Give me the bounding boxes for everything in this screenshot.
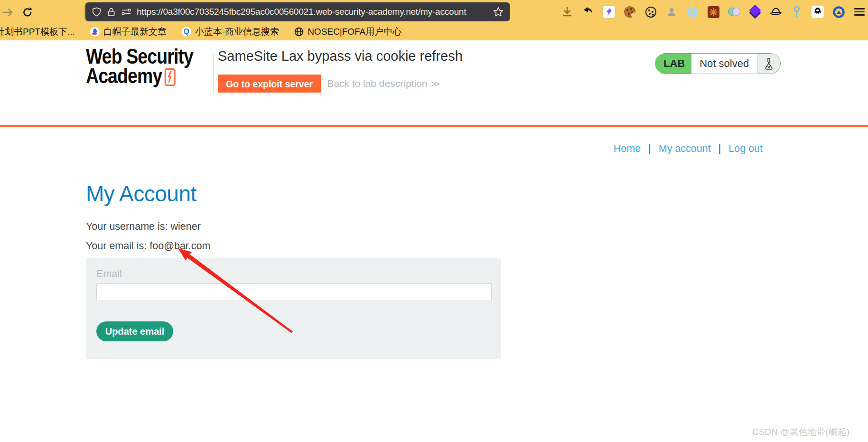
accent-divider: [0, 125, 868, 127]
change-email-form: Email Update email: [86, 258, 501, 359]
bookmark-label: 小蓝本-商业信息搜索: [195, 26, 279, 38]
q-icon: Q: [182, 27, 191, 37]
lightning-icon: [164, 68, 175, 86]
bookmark-item[interactable]: 白帽子最新文章: [90, 26, 167, 38]
address-bar[interactable]: https://0a3f00c7035245fbc295ac0c00560021…: [84, 2, 510, 21]
logo-line1: Web Security: [86, 47, 193, 66]
url-text[interactable]: https://0a3f00c7035245fbc295ac0c00560021…: [137, 7, 487, 17]
reload-icon[interactable]: [21, 6, 34, 19]
back-to-description-link[interactable]: Back to lab description≫: [327, 78, 439, 89]
bookmark-item[interactable]: 计划书PPT模板下...: [0, 26, 75, 38]
permissions-icon[interactable]: [121, 8, 131, 16]
email-label: Email: [96, 268, 122, 280]
page-title: My Account: [86, 181, 196, 207]
lab-actions: Go to exploit server Back to lab descrip…: [218, 75, 439, 93]
extension-toolbar: [561, 6, 866, 18]
bookmark-item[interactable]: Q 小蓝本-商业信息搜索: [182, 26, 279, 38]
lab-status-widget: LAB Not solved: [655, 53, 781, 74]
undo-icon[interactable]: [582, 6, 594, 18]
email-line: Your email is: foo@bar.com: [86, 240, 210, 252]
browser-toolbar: https://0a3f00c7035245fbc295ac0c00560021…: [0, 0, 868, 24]
menu-icon[interactable]: [853, 6, 866, 18]
lab-title: SameSite Lax bypass via cookie refresh: [218, 48, 463, 64]
bookmark-item[interactable]: NOSEC|FOFA用户中心: [294, 26, 401, 38]
cookie-icon[interactable]: [624, 6, 636, 18]
user-agent-icon[interactable]: [665, 6, 678, 18]
nav-my-account-link[interactable]: My account: [659, 143, 711, 154]
globe-icon: [294, 27, 304, 37]
site-nav: Home | My account | Log out: [614, 143, 763, 155]
username-line: Your username is: wiener: [86, 221, 201, 233]
email-input[interactable]: [96, 283, 492, 301]
hacker-icon[interactable]: [812, 6, 824, 18]
bookmark-label: 计划书PPT模板下...: [0, 26, 75, 38]
color-circles-icon[interactable]: [728, 6, 740, 18]
header-divider: [213, 54, 214, 94]
nav-logout-link[interactable]: Log out: [728, 143, 763, 154]
flash-app-icon[interactable]: [603, 6, 615, 18]
gear-icon[interactable]: [707, 6, 719, 18]
lab-status-text: Not solved: [691, 54, 757, 74]
update-email-button[interactable]: Update email: [96, 321, 173, 341]
bookmark-label: NOSEC|FOFA用户中心: [308, 26, 401, 38]
watermark: CSDN @黑色地带(崛起): [752, 426, 849, 438]
layers-icon[interactable]: [749, 6, 761, 18]
lab-page: Web Security Academy SameSite Lax bypass…: [0, 40, 868, 442]
bookmark-label: 白帽子最新文章: [103, 26, 167, 38]
bookmark-star-icon[interactable]: [493, 6, 504, 18]
fedora-icon[interactable]: [770, 6, 782, 18]
logo-line2: Academy: [86, 64, 162, 87]
nav-home-link[interactable]: Home: [614, 143, 641, 154]
donut-icon[interactable]: [686, 6, 699, 18]
download-icon[interactable]: [561, 6, 573, 18]
bookmarks-bar: 计划书PPT模板下... 白帽子最新文章 Q 小蓝本-商业信息搜索 NOSEC|…: [0, 24, 868, 40]
cookie-outline-icon[interactable]: [644, 6, 657, 18]
exploit-server-button[interactable]: Go to exploit server: [218, 75, 321, 93]
academy-logo[interactable]: Web Security Academy: [86, 47, 193, 86]
flask-icon: [757, 54, 780, 74]
circle-logo-icon[interactable]: [832, 6, 845, 18]
chevron-right-icon: ≫: [430, 78, 439, 89]
shield-icon[interactable]: [92, 7, 102, 17]
lock-icon[interactable]: [107, 7, 116, 17]
forward-icon[interactable]: [1, 6, 14, 19]
drop-icon: [90, 27, 100, 37]
pin-icon[interactable]: [791, 6, 803, 18]
lab-badge-label: LAB: [655, 54, 691, 74]
